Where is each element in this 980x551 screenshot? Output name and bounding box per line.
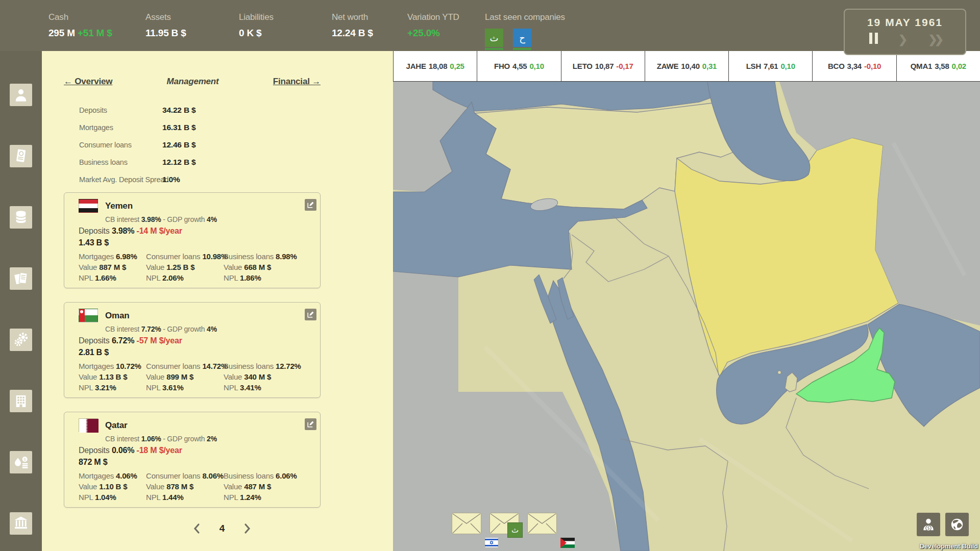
- deposits-value: 1.43 B $: [79, 238, 109, 247]
- assets-stat: Assets 11.95 B $: [145, 12, 186, 39]
- country-card-yemen: Yemen CB interest 3.98% - GDP growth 4% …: [64, 192, 321, 288]
- demographics-button[interactable]: $: [917, 513, 940, 536]
- stat-row: Deposits34.22 B $: [64, 102, 350, 119]
- stock-ticker: JAHE18,080,25 FHO4,550,10 LETO10,87-0,17…: [393, 51, 980, 82]
- message-envelope-palestine[interactable]: [527, 513, 557, 534]
- page-number: 4: [219, 523, 225, 534]
- consumer-loans-column: Consumer loans 10.98% Value 1.25 B $ NPL…: [146, 251, 224, 283]
- country-name: Oman: [105, 311, 129, 321]
- cb-gdp-line: CB interest 7.72% - GDP growth 4%: [105, 325, 217, 333]
- edit-icon: [307, 420, 314, 428]
- company-icon: ح: [513, 29, 531, 47]
- stat-row: Consumer loans12.46 B $: [64, 137, 350, 154]
- cash-delta: +51 M $: [78, 28, 112, 38]
- sidebar-commodities-button[interactable]: $: [10, 451, 32, 473]
- net-worth-stat: Net worth 12.24 B $: [332, 12, 373, 39]
- business-loans-column: Business loans 6.06% Value 487 M $ NPL 1…: [224, 470, 297, 503]
- development-build-watermark: Development Build: [920, 542, 978, 550]
- company-underline: [513, 48, 531, 50]
- edit-country-button[interactable]: [305, 309, 316, 320]
- message-row: ث: [452, 513, 557, 534]
- person-icon: [12, 86, 30, 104]
- sidebar-profile-button[interactable]: [10, 84, 32, 106]
- sidebar-reports-button[interactable]: [10, 267, 32, 290]
- sidebar-central-bank-button[interactable]: [10, 512, 32, 535]
- message-envelope-company[interactable]: ث: [489, 513, 519, 534]
- mortgages-column: Mortgages 10.72% Value 1.13 B $ NPL 3.21…: [79, 361, 146, 393]
- nav-current-tab: Management: [167, 77, 219, 87]
- ticker-item[interactable]: BCO3,34-0,10: [812, 51, 896, 81]
- chevron-left-icon: [192, 523, 202, 534]
- fast-forward-icon: ❯❯: [928, 33, 941, 46]
- pause-icon: [869, 33, 878, 44]
- fast-forward-button[interactable]: ❯❯: [928, 34, 941, 46]
- edit-country-button[interactable]: [305, 199, 316, 211]
- sidebar-operations-button[interactable]: [10, 329, 32, 351]
- cards-icon: [12, 270, 30, 287]
- game-date: 19 MAY 1961: [845, 16, 965, 29]
- oil-coins-icon: $: [12, 454, 30, 471]
- company-shortcut-2[interactable]: ح: [513, 29, 531, 50]
- ticker-item[interactable]: JAHE18,080,25: [393, 51, 477, 81]
- building-icon: [12, 392, 30, 410]
- globe-icon: [949, 516, 965, 533]
- consumer-loans-column: Consumer loans 14.72% Value 899 M $ NPL …: [146, 361, 224, 393]
- ticker-item[interactable]: QMA13,580,02: [896, 51, 980, 81]
- deposits-line: Deposits 6.72% -57 M $/year: [79, 336, 182, 345]
- play-button[interactable]: ❯: [898, 34, 908, 46]
- country-management-panel: ← Overview Management Financial → Deposi…: [42, 51, 393, 551]
- stat-row: Business loans12.12 B $: [64, 154, 350, 171]
- loans-grid: Mortgages 10.72% Value 1.13 B $ NPL 3.21…: [79, 361, 301, 393]
- qatar-flag: [79, 418, 98, 432]
- ticker-item[interactable]: LSH7,610,10: [728, 51, 812, 81]
- company-icon: ث: [485, 29, 503, 47]
- message-envelope-israel[interactable]: [452, 513, 481, 534]
- deposits-change: -18 M $/year: [137, 446, 182, 455]
- deposits-value: 2.81 B $: [79, 348, 109, 357]
- country-name: Yemen: [105, 201, 133, 211]
- pause-button[interactable]: [869, 33, 878, 46]
- variation-ytd-stat: Variation YTD +25.0%: [407, 12, 459, 39]
- pagination: 4: [64, 523, 380, 534]
- oman-flag: [79, 309, 98, 322]
- ticker-item[interactable]: ZAWE10,400,31: [645, 51, 728, 81]
- ticker-item[interactable]: FHO4,550,10: [477, 51, 560, 81]
- prev-page-button[interactable]: [192, 523, 202, 534]
- play-icon: ❯: [898, 33, 908, 46]
- chevron-right-icon: [242, 523, 252, 534]
- mortgages-column: Mortgages 6.98% Value 887 M $ NPL 1.66%: [79, 251, 146, 283]
- business-loans-column: Business loans 8.98% Value 668 M $ NPL 1…: [224, 251, 297, 283]
- sidebar-deposits-button[interactable]: [10, 206, 32, 229]
- yemen-flag: [79, 199, 98, 213]
- person-money-icon: $: [920, 516, 937, 533]
- edit-icon: [307, 311, 314, 318]
- loans-grid: Mortgages 4.06% Value 1.10 B $ NPL 1.04%…: [79, 470, 297, 503]
- ticker-item[interactable]: LETO10,87-0,17: [561, 51, 645, 81]
- company-shortcut-1[interactable]: ث: [485, 29, 503, 50]
- cash-value: 295 M +51 M $: [48, 28, 112, 39]
- stat-row: Mortgages16.31 B $: [64, 119, 350, 137]
- gears-icon: [12, 331, 30, 348]
- svg-text:$: $: [23, 457, 26, 462]
- sidebar-contracts-button[interactable]: [10, 145, 32, 167]
- last-seen-companies: Last seen companies ث ح: [485, 12, 565, 50]
- aggregate-stats: Deposits34.22 B $ Mortgages16.31 B $ Con…: [64, 102, 350, 189]
- nav-financial-link[interactable]: Financial →: [273, 77, 321, 87]
- sidebar-branches-button[interactable]: [10, 390, 32, 412]
- edit-icon: [307, 201, 314, 209]
- bank-icon: [12, 515, 30, 532]
- document-icon: [12, 147, 30, 165]
- cb-gdp-line: CB interest 1.06% - GDP growth 2%: [105, 435, 217, 443]
- world-map[interactable]: ث $ Development Build: [393, 82, 980, 551]
- globe-button[interactable]: [945, 513, 969, 536]
- country-card-qatar: Qatar CB interest 1.06% - GDP growth 2% …: [64, 412, 321, 508]
- svg-text:$: $: [927, 526, 929, 531]
- next-page-button[interactable]: [242, 523, 252, 534]
- nav-overview-link[interactable]: ← Overview: [64, 77, 112, 87]
- panel-nav: ← Overview Management Financial →: [64, 77, 321, 87]
- top-bar: Cash 295 M +51 M $ Assets 11.95 B $ Liab…: [0, 0, 980, 51]
- envelope-icon: [528, 513, 556, 534]
- edit-country-button[interactable]: [305, 418, 316, 430]
- deposits-change: -14 M $/year: [137, 227, 182, 235]
- consumer-loans-column: Consumer loans 8.06% Value 878 M $ NPL 1…: [146, 470, 224, 503]
